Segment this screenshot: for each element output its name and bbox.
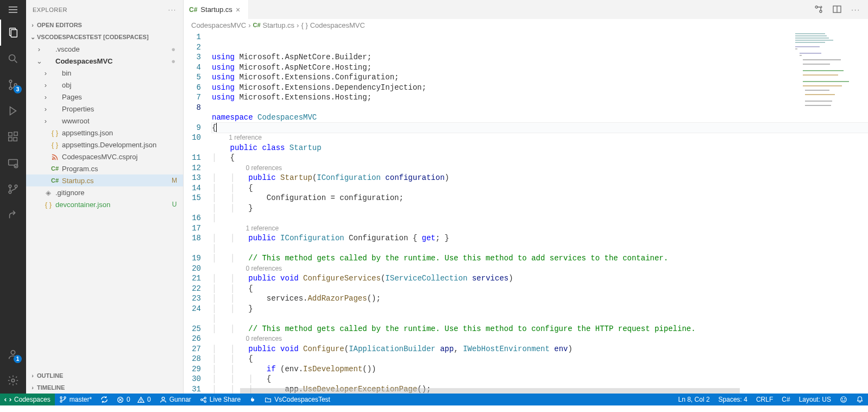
svg-point-55 [204,397,206,398]
svg-point-19 [15,185,17,188]
split-editor-icon[interactable] [833,5,841,14]
svg-point-60 [841,397,847,403]
file-status: U [170,201,179,208]
codelens[interactable]: 1 reference [212,134,262,141]
svg-point-8 [9,87,12,90]
codelens[interactable]: 1 reference [212,224,279,232]
file-devcontainer.json[interactable]: { }devcontainer.jsonU [26,198,183,210]
folder-bin[interactable]: ›bin [26,67,183,79]
svg-point-20 [11,351,15,354]
codelens[interactable]: 0 references [212,164,282,172]
chevron-icon: ⌄ [35,57,43,65]
svg-rect-13 [14,138,17,141]
section-timeline[interactable]: ›TIMELINE [26,382,183,394]
horizontal-scrollbar[interactable] [240,388,740,394]
activity-github[interactable] [0,176,26,202]
tab-label: Startup.cs [200,5,232,14]
svg-rect-12 [9,138,12,141]
file-tree: ›.vscode●⌄CodespacesMVC●›bin›obj›Pages›P… [26,43,183,370]
code-body[interactable]: using Microsoft.AspNetCore.Builder;using… [212,31,868,394]
status-lang[interactable]: C# [777,394,794,405]
svg-point-61 [842,398,842,399]
svg-point-18 [9,191,11,193]
folder-wwwroot[interactable]: ›wwwroot [26,115,183,127]
activity-explorer[interactable] [0,20,26,46]
folder-obj[interactable]: ›obj [26,79,183,91]
svg-point-22 [52,158,53,159]
editor-area: C# Startup.cs × ··· CodespacesMVC › C# S… [184,0,868,394]
svg-point-23 [815,6,817,8]
line-gutter: 1234567891011121314151617181920212223242… [184,31,212,394]
status-user[interactable]: Gunnar [155,394,196,405]
csharp-icon: C# [253,22,261,28]
activity-extensions[interactable] [0,124,26,150]
json-icon: { } [43,201,53,209]
json-icon: { } [50,129,60,137]
file-appsettings.json[interactable]: { }appsettings.json [26,127,183,139]
folder-pages[interactable]: ›Pages [26,91,183,103]
folder-.vscode[interactable]: ›.vscode● [26,43,183,55]
codelens[interactable]: 0 references [212,265,282,272]
file-appsettings.development.json[interactable]: { }appsettings.Development.json [26,139,183,151]
status-branch[interactable]: master* [55,394,96,405]
status-spaces[interactable]: Spaces: 4 [714,394,752,405]
status-eol[interactable]: CRLF [752,394,777,405]
file-startup.cs[interactable]: C#Startup.csM [26,174,183,186]
svg-point-7 [9,80,12,83]
file-.gitignore[interactable]: ◈.gitignore [26,186,183,198]
status-layout[interactable]: Layout: US [795,394,835,405]
status-flame[interactable] [245,394,260,405]
chevron-icon: › [41,93,50,101]
activity-remote[interactable] [0,150,26,176]
activity-settings[interactable] [0,367,26,394]
tab-more-icon[interactable]: ··· [851,5,860,14]
svg-rect-2 [9,12,17,13]
activity-source-control[interactable]: 3 [0,72,26,98]
file-codespacesmvc.csproj[interactable]: CodespacesMVC.csproj [26,151,183,163]
status-problems[interactable]: 0 0 [112,394,155,405]
code-editor[interactable]: 1234567891011121314151617181920212223242… [184,31,868,394]
status-remote[interactable]: Codespaces [0,394,55,405]
status-liveshare[interactable]: Live Share [196,394,245,405]
status-cursor[interactable]: Ln 8, Col 2 [674,394,714,405]
chevron-icon: › [41,105,50,113]
sidebar: EXPLORER ··· ›OPEN EDITORS ⌄VSCODESPACES… [26,0,184,394]
activity-run[interactable] [0,98,26,124]
tab-close-icon[interactable]: × [236,5,240,14]
status-project[interactable]: VsCodespacesTest [260,394,335,405]
activity-forward[interactable] [0,202,26,228]
svg-rect-11 [9,133,12,136]
svg-rect-0 [9,7,17,8]
file-status: M [170,177,179,184]
tab-startup-cs[interactable]: C# Startup.cs × [184,0,249,19]
svg-point-47 [60,401,62,402]
sidebar-header: EXPLORER ··· [26,0,183,19]
svg-rect-4 [11,30,17,38]
section-workspace[interactable]: ⌄VSCODESPACESTEST [CODESPACES] [26,31,183,43]
source-control-badge: 3 [14,85,22,93]
svg-line-59 [203,400,204,401]
status-bell-icon[interactable] [852,394,868,405]
tabbar: C# Startup.cs × ··· [184,0,868,19]
codelens[interactable]: 0 references [212,335,282,342]
svg-line-58 [203,398,204,399]
cs-icon: C# [50,165,60,172]
svg-point-24 [820,10,822,13]
status-sync[interactable] [96,394,112,405]
sidebar-more-icon[interactable]: ··· [168,7,177,13]
section-open-editors[interactable]: ›OPEN EDITORS [26,19,183,31]
menu-icon[interactable] [0,0,26,20]
folder-codespacesmvc[interactable]: ⌄CodespacesMVC● [26,55,183,67]
file-program.cs[interactable]: C#Program.cs [26,163,183,174]
svg-point-5 [9,55,15,61]
account-badge: 1 [14,355,22,363]
json-icon: { } [50,141,60,149]
activity-account[interactable]: 1 [0,341,26,367]
breadcrumb[interactable]: CodespacesMVC › C# Startup.cs › { } Code… [184,19,868,31]
folder-properties[interactable]: ›Properties [26,103,183,115]
compare-icon[interactable] [814,5,823,14]
section-outline[interactable]: ›OUTLINE [26,370,183,382]
svg-point-17 [9,185,11,188]
status-feedback-icon[interactable] [835,394,852,405]
activity-search[interactable] [0,46,26,72]
